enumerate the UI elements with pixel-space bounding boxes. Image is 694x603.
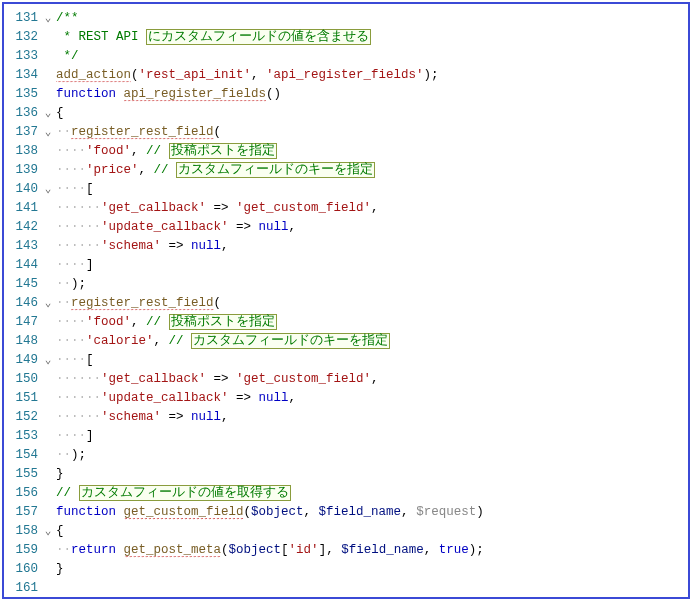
- token: カスタムフィールドのキーを指定: [191, 333, 390, 349]
- line-number: 141: [4, 201, 40, 215]
- code-line[interactable]: 156// カスタムフィールドの値を取得する: [4, 483, 688, 502]
- code-line[interactable]: 141······'get_callback' => 'get_custom_f…: [4, 198, 688, 217]
- line-number: 140: [4, 182, 40, 196]
- code-line[interactable]: 146⌄··register_rest_field(: [4, 293, 688, 312]
- code-content[interactable]: ······'get_callback' => 'get_custom_fiel…: [56, 201, 688, 215]
- code-content[interactable]: ··);: [56, 448, 688, 462]
- code-line[interactable]: 134add_action('rest_api_init', 'api_regi…: [4, 65, 688, 84]
- code-line[interactable]: 160}: [4, 559, 688, 578]
- token: ,: [221, 410, 229, 424]
- code-line[interactable]: 147····'food', // 投稿ポストを指定: [4, 312, 688, 331]
- code-content[interactable]: ····'food', // 投稿ポストを指定: [56, 142, 688, 159]
- code-line[interactable]: 157function get_custom_field($object, $f…: [4, 502, 688, 521]
- fold-toggle-icon[interactable]: ⌄: [40, 125, 56, 138]
- token: //: [146, 315, 169, 329]
- code-content[interactable]: ··);: [56, 277, 688, 291]
- fold-toggle-icon[interactable]: ⌄: [40, 524, 56, 537]
- code-line[interactable]: 148····'calorie', // カスタムフィールドのキーを指定: [4, 331, 688, 350]
- code-content[interactable]: {: [56, 524, 688, 538]
- line-number: 157: [4, 505, 40, 519]
- fold-toggle-icon[interactable]: ⌄: [40, 353, 56, 366]
- code-content[interactable]: ····'calorie', // カスタムフィールドのキーを指定: [56, 332, 688, 349]
- code-line[interactable]: 133 */: [4, 46, 688, 65]
- code-content[interactable]: ······'schema' => null,: [56, 239, 688, 253]
- code-line[interactable]: 158⌄{: [4, 521, 688, 540]
- line-number: 143: [4, 239, 40, 253]
- token: null: [191, 239, 221, 253]
- code-line[interactable]: 142······'update_callback' => null,: [4, 217, 688, 236]
- code-line[interactable]: 139····'price', // カスタムフィールドのキーを指定: [4, 160, 688, 179]
- token: ,: [371, 201, 379, 215]
- code-content[interactable]: ······'get_callback' => 'get_custom_fiel…: [56, 372, 688, 386]
- fold-toggle-icon[interactable]: ⌄: [40, 106, 56, 119]
- code-line[interactable]: 135function api_register_fields(): [4, 84, 688, 103]
- code-line[interactable]: 154··);: [4, 445, 688, 464]
- code-content[interactable]: add_action('rest_api_init', 'api_registe…: [56, 68, 688, 82]
- code-content[interactable]: ····'price', // カスタムフィールドのキーを指定: [56, 161, 688, 178]
- code-line[interactable]: 151······'update_callback' => null,: [4, 388, 688, 407]
- code-content[interactable]: }: [56, 562, 688, 576]
- code-line[interactable]: 131⌄/**: [4, 8, 688, 27]
- code-line[interactable]: 155}: [4, 464, 688, 483]
- code-content[interactable]: function get_custom_field($object, $fiel…: [56, 505, 688, 519]
- fold-toggle-icon[interactable]: ⌄: [40, 296, 56, 309]
- code-content[interactable]: function api_register_fields(): [56, 87, 688, 101]
- code-content[interactable]: ······'schema' => null,: [56, 410, 688, 424]
- fold-toggle-icon[interactable]: ⌄: [40, 11, 56, 24]
- fold-toggle-icon[interactable]: ⌄: [40, 182, 56, 195]
- code-line[interactable]: 136⌄{: [4, 103, 688, 122]
- token: 'id': [289, 543, 319, 557]
- token: register_rest_field: [71, 296, 214, 311]
- code-content[interactable]: // カスタムフィールドの値を取得する: [56, 484, 688, 501]
- token: }: [56, 562, 64, 576]
- token: (): [266, 87, 281, 101]
- code-content[interactable]: }: [56, 467, 688, 481]
- token: //: [154, 163, 177, 177]
- code-content[interactable]: ······'update_callback' => null,: [56, 220, 688, 234]
- code-content[interactable]: ······'update_callback' => null,: [56, 391, 688, 405]
- code-content[interactable]: ··return get_post_meta($object['id'], $f…: [56, 543, 688, 557]
- code-line[interactable]: 149⌄····[: [4, 350, 688, 369]
- code-content[interactable]: * REST API にカスタムフィールドの値を含ませる: [56, 28, 688, 45]
- code-line[interactable]: 150······'get_callback' => 'get_custom_f…: [4, 369, 688, 388]
- code-line[interactable]: 161: [4, 578, 688, 597]
- line-number: 142: [4, 220, 40, 234]
- code-line[interactable]: 152······'schema' => null,: [4, 407, 688, 426]
- token: 'schema': [101, 239, 161, 253]
- code-content[interactable]: ····]: [56, 429, 688, 443]
- code-line[interactable]: 132 * REST API にカスタムフィールドの値を含ませる: [4, 27, 688, 46]
- line-number: 158: [4, 524, 40, 538]
- code-content[interactable]: ····[: [56, 353, 688, 367]
- code-content[interactable]: ····[: [56, 182, 688, 196]
- code-content[interactable]: ····'food', // 投稿ポストを指定: [56, 313, 688, 330]
- code-content[interactable]: ····]: [56, 258, 688, 272]
- token: ····: [56, 429, 86, 443]
- code-content[interactable]: /**: [56, 11, 688, 25]
- token: function: [56, 87, 124, 101]
- token: ]: [86, 258, 94, 272]
- code-content[interactable]: ··register_rest_field(: [56, 296, 688, 310]
- token: return: [71, 543, 124, 557]
- token: 'update_callback': [101, 220, 229, 234]
- token: 'food': [86, 144, 131, 158]
- code-content[interactable]: ··register_rest_field(: [56, 125, 688, 139]
- code-line[interactable]: 145··);: [4, 274, 688, 293]
- code-content[interactable]: {: [56, 106, 688, 120]
- token: ,: [371, 372, 379, 386]
- code-line[interactable]: 143······'schema' => null,: [4, 236, 688, 255]
- token: ,: [401, 505, 416, 519]
- token: ······: [56, 410, 101, 424]
- code-line[interactable]: 153····]: [4, 426, 688, 445]
- code-line[interactable]: 144····]: [4, 255, 688, 274]
- token: にカスタムフィールドの値を含ませる: [146, 29, 371, 45]
- code-line[interactable]: 137⌄··register_rest_field(: [4, 122, 688, 141]
- token: //: [169, 334, 192, 348]
- token: ,: [424, 543, 439, 557]
- code-line[interactable]: 159··return get_post_meta($object['id'],…: [4, 540, 688, 559]
- token: add_action: [56, 68, 131, 83]
- code-content[interactable]: */: [56, 49, 688, 63]
- code-line[interactable]: 140⌄····[: [4, 179, 688, 198]
- code-line[interactable]: 138····'food', // 投稿ポストを指定: [4, 141, 688, 160]
- code-editor[interactable]: 131⌄/**132 * REST API にカスタムフィールドの値を含ませる1…: [2, 2, 690, 599]
- token: 'price': [86, 163, 139, 177]
